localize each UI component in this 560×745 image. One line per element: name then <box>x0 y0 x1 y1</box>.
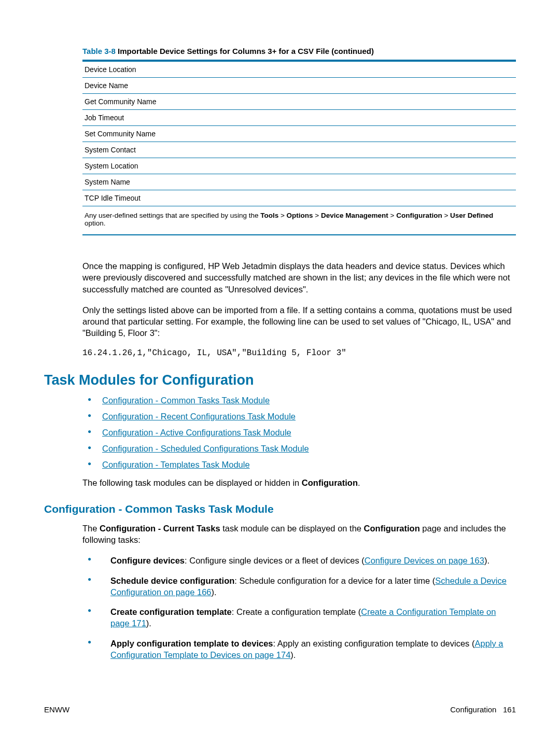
footer-label: Configuration <box>450 705 496 714</box>
table-row: Job Timeout <box>82 110 516 126</box>
bold-text: Configuration <box>302 478 358 487</box>
text: ). <box>290 650 296 659</box>
note-bold: Tools <box>260 212 278 219</box>
paragraph: The following task modules can be displa… <box>82 477 516 488</box>
bold-text: Apply configuration template to devices <box>110 639 273 648</box>
text: ). <box>212 587 217 597</box>
bold-text: Configuration - Current Tasks <box>100 524 220 533</box>
doc-link[interactable]: Configuration - Recent Configurations Ta… <box>102 412 296 421</box>
list-item: Configure devices: Configure single devi… <box>82 555 516 566</box>
table-title: Importable Device Settings for Columns 3… <box>116 47 374 55</box>
footer-right: Configuration 161 <box>450 705 516 714</box>
table-row: System Name <box>82 174 516 190</box>
paragraph: Only the settings listed above can be im… <box>82 304 516 339</box>
bold-text: Schedule device configuration <box>110 576 234 585</box>
bullet-list: Configure devices: Configure single devi… <box>82 555 516 660</box>
paragraph: Once the mapping is configured, HP Web J… <box>82 260 516 295</box>
text: The <box>82 524 100 533</box>
table-row: Device Location <box>82 62 516 78</box>
footer-page-number: 161 <box>503 705 516 714</box>
code-block: 16.24.1.26,1,"Chicago, IL, USA","Buildin… <box>82 348 516 358</box>
note-bold: User Defined <box>450 212 493 219</box>
section-heading: Task Modules for Configuration <box>44 372 516 388</box>
table-row: Set Community Name <box>82 126 516 142</box>
table-row: System Location <box>82 158 516 174</box>
bold-text: Configuration <box>364 524 420 533</box>
list-item: Configuration - Common Tasks Task Module <box>82 396 516 405</box>
text: ). <box>146 619 151 628</box>
bold-text: Configure devices <box>110 556 185 565</box>
table-note: Any user-defined settings that are speci… <box>82 206 516 234</box>
text: : Configure single devices or a fleet of… <box>185 556 365 565</box>
note-text: Any user-defined settings that are speci… <box>85 212 260 219</box>
table-row: TCP Idle Timeout <box>82 190 516 206</box>
list-item: Configuration - Scheduled Configurations… <box>82 444 516 454</box>
subsection-heading: Configuration - Common Tasks Task Module <box>44 503 516 515</box>
table-caption: Table 3-8 Importable Device Settings for… <box>82 47 516 55</box>
text: The following task modules can be displa… <box>82 478 302 487</box>
note-bold: Options <box>287 212 313 219</box>
text: . <box>358 478 360 487</box>
bold-text: Create configuration template <box>110 607 232 616</box>
footer-left: ENWW <box>44 705 69 714</box>
note-sep: > <box>313 212 321 219</box>
note-bold: Device Management <box>321 212 388 219</box>
text: : Create a configuration template ( <box>232 607 361 616</box>
table-label: Table 3-8 <box>82 47 116 55</box>
doc-link[interactable]: Configure Devices on page 163 <box>365 556 484 565</box>
settings-table: Device Location Device Name Get Communit… <box>82 60 516 235</box>
text: : Schedule configuration for a device fo… <box>234 576 435 585</box>
doc-link[interactable]: Configuration - Active Configurations Ta… <box>102 428 291 437</box>
page-container: Table 3-8 Importable Device Settings for… <box>0 0 560 745</box>
table-row: System Contact <box>82 142 516 158</box>
text: task module can be displayed on the <box>220 524 364 533</box>
list-item: Configuration - Templates Task Module <box>82 460 516 470</box>
doc-link[interactable]: Configuration - Common Tasks Task Module <box>102 396 270 405</box>
table-row: Device Name <box>82 78 516 94</box>
text: ). <box>484 556 489 565</box>
list-item: Schedule device configuration: Schedule … <box>82 575 516 598</box>
note-bold: Configuration <box>396 212 442 219</box>
doc-link[interactable]: Configuration - Scheduled Configurations… <box>102 444 309 453</box>
table-row: Get Community Name <box>82 94 516 110</box>
doc-link[interactable]: Configuration - Templates Task Module <box>102 460 250 469</box>
page-footer: ENWW Configuration 161 <box>44 705 516 714</box>
text: : Apply an existing configuration templa… <box>273 639 475 648</box>
paragraph: The Configuration - Current Tasks task m… <box>82 523 516 546</box>
note-sep: > <box>278 212 286 219</box>
list-item: Configuration - Active Configurations Ta… <box>82 428 516 438</box>
list-item: Create configuration template: Create a … <box>82 606 516 629</box>
note-sep: > <box>442 212 450 219</box>
list-item: Configuration - Recent Configurations Ta… <box>82 412 516 421</box>
note-text: option. <box>85 219 106 227</box>
note-sep: > <box>388 212 396 219</box>
list-item: Apply configuration template to devices:… <box>82 638 516 661</box>
link-list: Configuration - Common Tasks Task Module… <box>82 396 516 470</box>
